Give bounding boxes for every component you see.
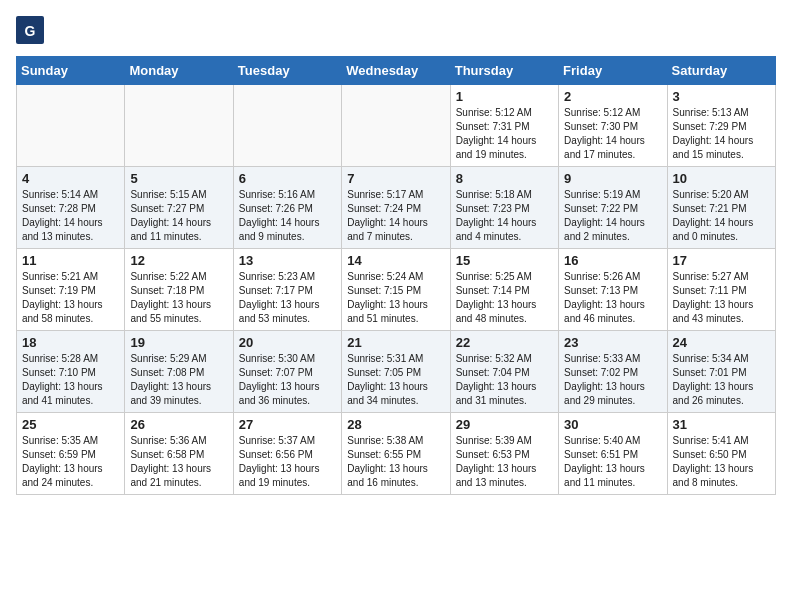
day-info: Sunrise: 5:37 AMSunset: 6:56 PMDaylight:… <box>239 434 336 490</box>
calendar-cell: 26Sunrise: 5:36 AMSunset: 6:58 PMDayligh… <box>125 413 233 495</box>
day-number: 27 <box>239 417 336 432</box>
weekday-header-saturday: Saturday <box>667 57 775 85</box>
day-info: Sunrise: 5:31 AMSunset: 7:05 PMDaylight:… <box>347 352 444 408</box>
day-info: Sunrise: 5:13 AMSunset: 7:29 PMDaylight:… <box>673 106 770 162</box>
day-info: Sunrise: 5:17 AMSunset: 7:24 PMDaylight:… <box>347 188 444 244</box>
calendar-cell: 1Sunrise: 5:12 AMSunset: 7:31 PMDaylight… <box>450 85 558 167</box>
calendar-cell: 19Sunrise: 5:29 AMSunset: 7:08 PMDayligh… <box>125 331 233 413</box>
calendar-cell: 29Sunrise: 5:39 AMSunset: 6:53 PMDayligh… <box>450 413 558 495</box>
day-number: 11 <box>22 253 119 268</box>
day-info: Sunrise: 5:34 AMSunset: 7:01 PMDaylight:… <box>673 352 770 408</box>
day-number: 20 <box>239 335 336 350</box>
calendar-table: SundayMondayTuesdayWednesdayThursdayFrid… <box>16 56 776 495</box>
day-number: 18 <box>22 335 119 350</box>
day-number: 2 <box>564 89 661 104</box>
calendar-cell: 12Sunrise: 5:22 AMSunset: 7:18 PMDayligh… <box>125 249 233 331</box>
day-info: Sunrise: 5:36 AMSunset: 6:58 PMDaylight:… <box>130 434 227 490</box>
weekday-header-tuesday: Tuesday <box>233 57 341 85</box>
day-info: Sunrise: 5:21 AMSunset: 7:19 PMDaylight:… <box>22 270 119 326</box>
weekday-header-monday: Monday <box>125 57 233 85</box>
calendar-cell: 4Sunrise: 5:14 AMSunset: 7:28 PMDaylight… <box>17 167 125 249</box>
calendar-cell <box>342 85 450 167</box>
logo: G <box>16 16 46 44</box>
calendar-cell: 21Sunrise: 5:31 AMSunset: 7:05 PMDayligh… <box>342 331 450 413</box>
day-number: 30 <box>564 417 661 432</box>
day-number: 13 <box>239 253 336 268</box>
calendar-week-row: 11Sunrise: 5:21 AMSunset: 7:19 PMDayligh… <box>17 249 776 331</box>
calendar-cell: 30Sunrise: 5:40 AMSunset: 6:51 PMDayligh… <box>559 413 667 495</box>
calendar-week-row: 4Sunrise: 5:14 AMSunset: 7:28 PMDaylight… <box>17 167 776 249</box>
calendar-cell: 8Sunrise: 5:18 AMSunset: 7:23 PMDaylight… <box>450 167 558 249</box>
day-info: Sunrise: 5:32 AMSunset: 7:04 PMDaylight:… <box>456 352 553 408</box>
day-number: 17 <box>673 253 770 268</box>
day-info: Sunrise: 5:19 AMSunset: 7:22 PMDaylight:… <box>564 188 661 244</box>
calendar-cell: 2Sunrise: 5:12 AMSunset: 7:30 PMDaylight… <box>559 85 667 167</box>
calendar-cell <box>233 85 341 167</box>
day-number: 21 <box>347 335 444 350</box>
calendar-cell: 15Sunrise: 5:25 AMSunset: 7:14 PMDayligh… <box>450 249 558 331</box>
day-info: Sunrise: 5:38 AMSunset: 6:55 PMDaylight:… <box>347 434 444 490</box>
day-info: Sunrise: 5:24 AMSunset: 7:15 PMDaylight:… <box>347 270 444 326</box>
day-info: Sunrise: 5:30 AMSunset: 7:07 PMDaylight:… <box>239 352 336 408</box>
day-number: 10 <box>673 171 770 186</box>
calendar-cell <box>17 85 125 167</box>
calendar-header-row: SundayMondayTuesdayWednesdayThursdayFrid… <box>17 57 776 85</box>
day-info: Sunrise: 5:25 AMSunset: 7:14 PMDaylight:… <box>456 270 553 326</box>
day-number: 29 <box>456 417 553 432</box>
day-info: Sunrise: 5:15 AMSunset: 7:27 PMDaylight:… <box>130 188 227 244</box>
day-info: Sunrise: 5:16 AMSunset: 7:26 PMDaylight:… <box>239 188 336 244</box>
calendar-cell: 16Sunrise: 5:26 AMSunset: 7:13 PMDayligh… <box>559 249 667 331</box>
calendar-week-row: 25Sunrise: 5:35 AMSunset: 6:59 PMDayligh… <box>17 413 776 495</box>
weekday-header-thursday: Thursday <box>450 57 558 85</box>
calendar-cell: 5Sunrise: 5:15 AMSunset: 7:27 PMDaylight… <box>125 167 233 249</box>
day-info: Sunrise: 5:22 AMSunset: 7:18 PMDaylight:… <box>130 270 227 326</box>
calendar-cell: 20Sunrise: 5:30 AMSunset: 7:07 PMDayligh… <box>233 331 341 413</box>
calendar-cell: 23Sunrise: 5:33 AMSunset: 7:02 PMDayligh… <box>559 331 667 413</box>
day-info: Sunrise: 5:18 AMSunset: 7:23 PMDaylight:… <box>456 188 553 244</box>
day-info: Sunrise: 5:41 AMSunset: 6:50 PMDaylight:… <box>673 434 770 490</box>
day-info: Sunrise: 5:27 AMSunset: 7:11 PMDaylight:… <box>673 270 770 326</box>
calendar-cell: 6Sunrise: 5:16 AMSunset: 7:26 PMDaylight… <box>233 167 341 249</box>
calendar-cell <box>125 85 233 167</box>
day-number: 3 <box>673 89 770 104</box>
calendar-cell: 13Sunrise: 5:23 AMSunset: 7:17 PMDayligh… <box>233 249 341 331</box>
calendar-cell: 17Sunrise: 5:27 AMSunset: 7:11 PMDayligh… <box>667 249 775 331</box>
calendar-cell: 27Sunrise: 5:37 AMSunset: 6:56 PMDayligh… <box>233 413 341 495</box>
day-info: Sunrise: 5:35 AMSunset: 6:59 PMDaylight:… <box>22 434 119 490</box>
day-number: 14 <box>347 253 444 268</box>
day-info: Sunrise: 5:40 AMSunset: 6:51 PMDaylight:… <box>564 434 661 490</box>
calendar-week-row: 18Sunrise: 5:28 AMSunset: 7:10 PMDayligh… <box>17 331 776 413</box>
calendar-cell: 10Sunrise: 5:20 AMSunset: 7:21 PMDayligh… <box>667 167 775 249</box>
calendar-cell: 11Sunrise: 5:21 AMSunset: 7:19 PMDayligh… <box>17 249 125 331</box>
day-number: 12 <box>130 253 227 268</box>
calendar-cell: 24Sunrise: 5:34 AMSunset: 7:01 PMDayligh… <box>667 331 775 413</box>
calendar-cell: 22Sunrise: 5:32 AMSunset: 7:04 PMDayligh… <box>450 331 558 413</box>
day-number: 19 <box>130 335 227 350</box>
calendar-cell: 25Sunrise: 5:35 AMSunset: 6:59 PMDayligh… <box>17 413 125 495</box>
day-number: 8 <box>456 171 553 186</box>
calendar-cell: 3Sunrise: 5:13 AMSunset: 7:29 PMDaylight… <box>667 85 775 167</box>
day-info: Sunrise: 5:14 AMSunset: 7:28 PMDaylight:… <box>22 188 119 244</box>
day-number: 28 <box>347 417 444 432</box>
day-info: Sunrise: 5:33 AMSunset: 7:02 PMDaylight:… <box>564 352 661 408</box>
day-info: Sunrise: 5:28 AMSunset: 7:10 PMDaylight:… <box>22 352 119 408</box>
day-number: 6 <box>239 171 336 186</box>
svg-text:G: G <box>25 23 36 39</box>
day-number: 7 <box>347 171 444 186</box>
day-info: Sunrise: 5:12 AMSunset: 7:30 PMDaylight:… <box>564 106 661 162</box>
weekday-header-sunday: Sunday <box>17 57 125 85</box>
weekday-header-wednesday: Wednesday <box>342 57 450 85</box>
weekday-header-friday: Friday <box>559 57 667 85</box>
day-number: 4 <box>22 171 119 186</box>
day-info: Sunrise: 5:29 AMSunset: 7:08 PMDaylight:… <box>130 352 227 408</box>
day-info: Sunrise: 5:26 AMSunset: 7:13 PMDaylight:… <box>564 270 661 326</box>
calendar-cell: 31Sunrise: 5:41 AMSunset: 6:50 PMDayligh… <box>667 413 775 495</box>
day-number: 24 <box>673 335 770 350</box>
calendar-cell: 18Sunrise: 5:28 AMSunset: 7:10 PMDayligh… <box>17 331 125 413</box>
day-number: 26 <box>130 417 227 432</box>
day-info: Sunrise: 5:12 AMSunset: 7:31 PMDaylight:… <box>456 106 553 162</box>
day-number: 1 <box>456 89 553 104</box>
day-number: 16 <box>564 253 661 268</box>
day-number: 31 <box>673 417 770 432</box>
day-number: 15 <box>456 253 553 268</box>
